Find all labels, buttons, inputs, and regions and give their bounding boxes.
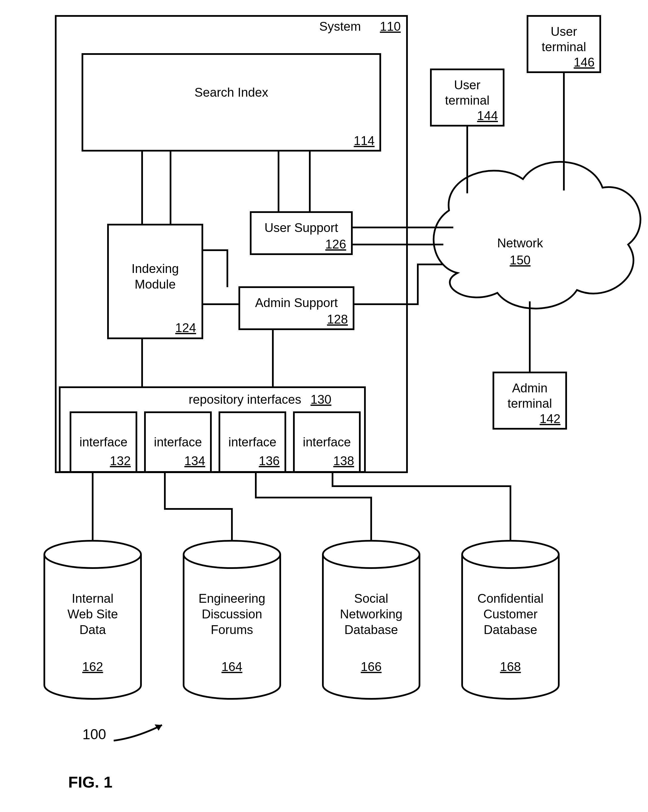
- network-label: Network: [497, 236, 543, 250]
- interface-2-label: interface: [154, 435, 202, 449]
- admin-support-label: Admin Support: [255, 296, 338, 310]
- diagram-canvas: System 110 Search Index 114 Indexing Mod…: [0, 0, 648, 812]
- interface-4-label: interface: [303, 435, 351, 449]
- svg-text:164: 164: [221, 659, 242, 673]
- figure-number: 100: [82, 727, 106, 742]
- db-162: Internal Web Site Data 162: [44, 541, 141, 699]
- user-terminal-2-label-2: terminal: [542, 40, 586, 54]
- connector: [332, 472, 511, 542]
- svg-text:Database: Database: [484, 623, 537, 636]
- user-support-label: User Support: [264, 221, 338, 235]
- interface-3-ref: 136: [259, 454, 280, 468]
- user-terminal-1-ref: 144: [477, 108, 498, 122]
- db-164: Engineering Discussion Forums 164: [184, 541, 280, 699]
- indexing-module-label-2: Module: [135, 277, 175, 291]
- system-label: System: [319, 19, 361, 33]
- user-terminal-2-ref: 146: [574, 55, 595, 69]
- user-support-ref: 126: [325, 237, 346, 251]
- admin-terminal-label-1: Admin: [512, 381, 548, 395]
- interface-2-ref: 134: [184, 454, 205, 468]
- svg-text:Forums: Forums: [210, 623, 253, 636]
- interface-3-label: interface: [229, 435, 276, 449]
- search-index-ref: 114: [354, 134, 375, 148]
- user-terminal-1-label-1: User: [454, 78, 480, 92]
- user-terminal-2-label-1: User: [551, 24, 577, 38]
- network-ref: 150: [509, 253, 531, 267]
- system-ref: 110: [380, 19, 401, 33]
- db-166: Social Networking Database 166: [323, 541, 419, 699]
- repo-interfaces-ref: 130: [311, 392, 331, 406]
- svg-text:Web Site: Web Site: [67, 607, 118, 621]
- svg-text:Networking: Networking: [340, 607, 403, 621]
- arrow-icon: [114, 725, 162, 741]
- user-terminal-1-label-2: terminal: [445, 93, 490, 107]
- svg-text:Confidential: Confidential: [477, 591, 543, 605]
- svg-text:Internal: Internal: [72, 591, 114, 605]
- figure-caption: FIG. 1: [68, 773, 113, 791]
- svg-text:162: 162: [82, 659, 103, 673]
- connector: [256, 472, 371, 542]
- interface-1-ref: 132: [110, 454, 131, 468]
- connector: [202, 250, 227, 287]
- svg-text:Data: Data: [79, 623, 106, 636]
- svg-text:166: 166: [361, 659, 381, 673]
- search-index-label: Search Index: [194, 85, 268, 99]
- search-index-box: [82, 54, 380, 151]
- svg-text:Engineering: Engineering: [199, 591, 265, 605]
- interface-4-ref: 138: [333, 454, 354, 468]
- interface-1-label: interface: [79, 435, 128, 449]
- admin-support-ref: 128: [327, 312, 348, 326]
- admin-terminal-label-2: terminal: [508, 396, 552, 410]
- svg-text:Customer: Customer: [483, 607, 538, 621]
- svg-text:Social: Social: [354, 591, 388, 605]
- db-168: Confidential Customer Database 168: [462, 541, 559, 699]
- indexing-module-label-1: Indexing: [131, 262, 179, 276]
- admin-terminal-ref: 142: [540, 412, 561, 426]
- network-cloud: [434, 162, 640, 308]
- connector: [165, 472, 232, 542]
- connector: [354, 264, 444, 304]
- indexing-module-ref: 124: [175, 321, 196, 335]
- svg-text:Database: Database: [345, 623, 398, 636]
- svg-text:168: 168: [500, 659, 521, 673]
- svg-text:Discussion: Discussion: [202, 607, 262, 621]
- repo-interfaces-label: repository interfaces: [189, 392, 301, 406]
